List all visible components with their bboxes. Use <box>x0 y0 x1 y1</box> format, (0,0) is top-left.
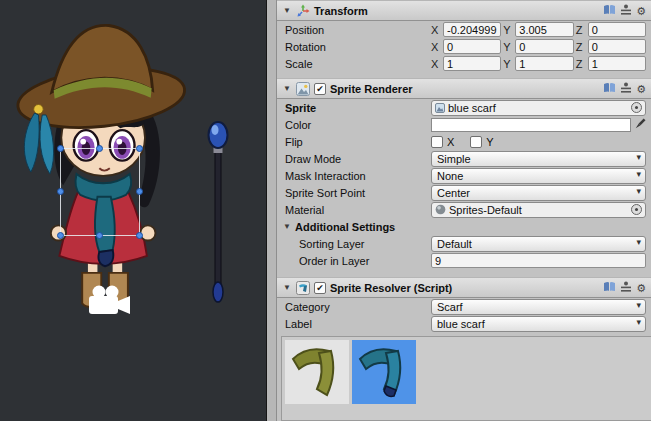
preset-icon[interactable] <box>620 4 632 18</box>
chevron-down-icon: ▾ <box>636 317 641 327</box>
thumbnail-green-scarf[interactable] <box>285 340 349 404</box>
order-in-layer-field[interactable]: 9 <box>431 253 646 268</box>
sprite-resolver-header[interactable]: ▼ ✔ Sprite Resolver (Script) ⚙ <box>277 277 651 298</box>
foldout-icon[interactable]: ▼ <box>282 222 292 231</box>
sprite-object-field[interactable]: blue scarf <box>431 100 646 116</box>
enabled-checkbox[interactable]: ✔ <box>314 83 326 95</box>
flip-row: Flip X Y <box>277 133 651 150</box>
component-title: Sprite Renderer <box>330 83 413 95</box>
sorting-layer-row: Sorting Layer Default ▾ <box>277 235 651 252</box>
z-axis-label: Z <box>576 41 586 53</box>
x-axis-label: X <box>431 24 441 36</box>
foldout-icon[interactable]: ▼ <box>282 283 292 292</box>
sprite-selection-box[interactable] <box>60 148 140 236</box>
chevron-down-icon: ▾ <box>636 186 641 196</box>
rotation-z-field[interactable]: 0 <box>588 39 646 54</box>
selection-handle[interactable] <box>57 145 64 152</box>
selection-handle[interactable] <box>57 232 64 239</box>
object-picker-icon[interactable] <box>631 102 642 113</box>
position-x-field[interactable]: -0.204999 <box>443 22 501 37</box>
gear-icon[interactable]: ⚙ <box>636 5 646 17</box>
sprite-label: Sprite <box>285 102 429 114</box>
sprite-sort-point-label: Sprite Sort Point <box>285 187 429 199</box>
preset-icon[interactable] <box>620 82 632 96</box>
mask-interaction-dropdown[interactable]: None ▾ <box>431 168 646 184</box>
draw-mode-value: Simple <box>437 153 471 165</box>
label-row: Label blue scarf ▾ <box>277 315 651 332</box>
rotation-y-field[interactable]: 0 <box>515 39 573 54</box>
rotation-x-field[interactable]: 0 <box>443 39 501 54</box>
eyedropper-icon[interactable] <box>633 118 646 132</box>
scale-y-field[interactable]: 1 <box>515 56 573 71</box>
category-row: Category Scarf ▾ <box>277 298 651 315</box>
preset-icon[interactable] <box>620 281 632 295</box>
order-in-layer-label: Order in Layer <box>299 255 429 267</box>
flip-y-checkbox[interactable] <box>470 136 482 148</box>
color-swatch[interactable] <box>431 118 631 132</box>
staff-shaft <box>215 147 221 287</box>
selection-handle[interactable] <box>96 232 103 239</box>
selection-handle[interactable] <box>96 145 103 152</box>
sorting-layer-dropdown[interactable]: Default ▾ <box>431 236 646 252</box>
sprite-renderer-header[interactable]: ▼ ✔ Sprite Renderer ⚙ <box>277 78 651 99</box>
position-z-field[interactable]: 0 <box>588 22 646 37</box>
staff-sprite[interactable] <box>203 120 233 308</box>
sprite-object-name: blue scarf <box>448 102 496 114</box>
draw-mode-dropdown[interactable]: Simple ▾ <box>431 151 646 167</box>
flip-x-checkbox[interactable] <box>431 136 443 148</box>
selection-handle[interactable] <box>136 188 143 195</box>
transform-icon <box>296 4 310 18</box>
scale-label: Scale <box>285 58 429 70</box>
camera-gizmo-icon[interactable] <box>86 284 134 318</box>
material-icon <box>435 204 446 215</box>
y-axis-label: Y <box>503 24 513 36</box>
category-value: Scarf <box>437 301 463 313</box>
chevron-down-icon: ▾ <box>636 300 641 310</box>
position-y-field[interactable]: 3.005 <box>515 22 573 37</box>
help-icon[interactable] <box>603 4 616 18</box>
foldout-icon[interactable]: ▼ <box>282 6 292 15</box>
gear-icon[interactable]: ⚙ <box>636 83 646 95</box>
mask-interaction-row: Mask Interaction None ▾ <box>277 167 651 184</box>
gear-icon[interactable]: ⚙ <box>636 282 646 294</box>
scale-row: Scale X 1 Y 1 Z 1 <box>277 55 651 72</box>
help-icon[interactable] <box>603 82 616 96</box>
component-title: Transform <box>314 5 368 17</box>
enabled-checkbox[interactable]: ✔ <box>314 282 326 294</box>
label-value: blue scarf <box>437 318 485 330</box>
additional-settings-foldout[interactable]: ▼ Additional Settings <box>277 218 651 235</box>
help-icon[interactable] <box>603 281 616 295</box>
sprite-variant-grid <box>281 336 651 421</box>
label-dropdown[interactable]: blue scarf ▾ <box>431 316 646 332</box>
material-object-field[interactable]: Sprites-Default <box>431 202 646 218</box>
position-label: Position <box>285 24 429 36</box>
sprite-sort-point-dropdown[interactable]: Center ▾ <box>431 185 646 201</box>
selection-handle[interactable] <box>57 188 64 195</box>
eye-highlight-left <box>80 139 86 145</box>
panel-splitter[interactable] <box>266 0 277 421</box>
category-dropdown[interactable]: Scarf ▾ <box>431 299 646 315</box>
material-label: Material <box>285 204 429 216</box>
flip-x-label: X <box>447 136 454 148</box>
color-row: Color <box>277 116 651 133</box>
scale-x-field[interactable]: 1 <box>443 56 501 71</box>
inspector-panel: ▼ Transform ⚙ Position <box>277 0 651 421</box>
sprite-thumb-icon <box>435 103 445 113</box>
color-label: Color <box>285 119 429 131</box>
rotation-row: Rotation X 0 Y 0 Z 0 <box>277 38 651 55</box>
additional-settings-label: Additional Settings <box>295 221 395 233</box>
label-label: Label <box>285 318 429 330</box>
selection-handle[interactable] <box>136 232 143 239</box>
scale-z-field[interactable]: 1 <box>588 56 646 71</box>
flip-label: Flip <box>285 136 429 148</box>
object-picker-icon[interactable] <box>631 204 642 215</box>
thumbnail-blue-scarf-selected[interactable] <box>352 340 416 404</box>
z-axis-label: Z <box>576 58 586 70</box>
transform-header[interactable]: ▼ Transform ⚙ <box>277 0 651 21</box>
scene-view[interactable] <box>0 0 266 421</box>
z-axis-label: Z <box>576 24 586 36</box>
hat-bead <box>34 104 44 114</box>
mask-interaction-label: Mask Interaction <box>285 170 429 182</box>
selection-handle[interactable] <box>136 145 143 152</box>
foldout-icon[interactable]: ▼ <box>282 84 292 93</box>
